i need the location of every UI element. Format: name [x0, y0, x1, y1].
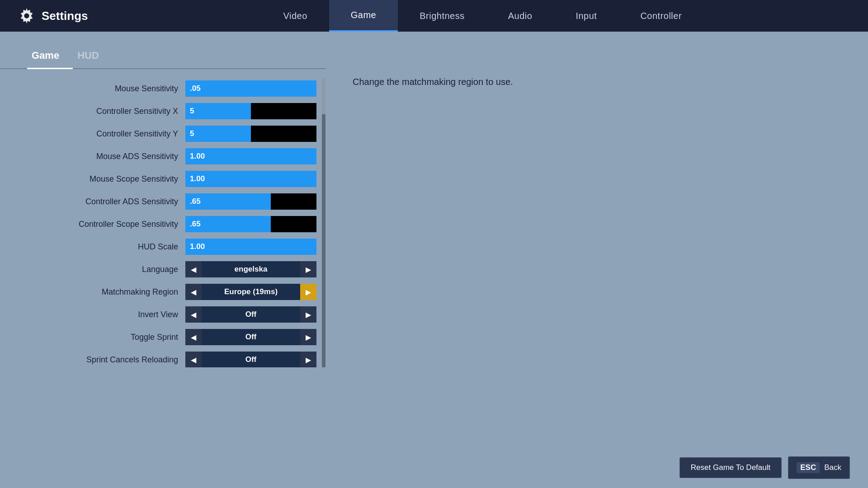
label-mouse-sensitivity: Mouse Sensitivity [52, 84, 178, 94]
language-prev-btn[interactable]: ◀ [185, 261, 202, 277]
scrollbar-track[interactable] [322, 78, 326, 367]
label-sprint-cancels: Sprint Cancels Reloading [52, 355, 178, 365]
left-panel: Game HUD Mouse Sensitivity .05 Controlle… [0, 32, 326, 488]
language-value: engelska [202, 261, 300, 277]
slider-ctrl-sens-x[interactable]: 5 [185, 103, 316, 119]
settings-list: Mouse Sensitivity .05 Controller Sensiti… [0, 78, 326, 367]
value-hud-scale: 1.00 [190, 242, 205, 251]
sub-tab-hud[interactable]: HUD [73, 45, 113, 68]
nav-tab-input[interactable]: Input [554, 0, 618, 32]
setting-row-mouse-sensitivity: Mouse Sensitivity .05 [14, 78, 316, 99]
top-nav: Settings Video Game Brightness Audio Inp… [0, 0, 868, 32]
value-ctrl-sens-x: 5 [190, 107, 194, 116]
reset-button[interactable]: Reset Game To Default [679, 457, 782, 478]
toggle-sprint-value: Off [202, 329, 300, 345]
svg-point-1 [24, 13, 29, 18]
slider-hud-scale[interactable]: 1.00 [185, 239, 316, 255]
arrow-control-invert-view: ◀ Off ▶ [185, 306, 316, 323]
value-ctrl-ads: .65 [190, 197, 201, 206]
settings-list-wrapper: Mouse Sensitivity .05 Controller Sensiti… [0, 78, 326, 367]
sprint-cancels-value: Off [202, 352, 300, 367]
matchmaking-value: Europe (19ms) [202, 284, 300, 300]
arrow-control-sprint-cancels: ◀ Off ▶ [185, 352, 316, 367]
label-hud-scale: HUD Scale [52, 242, 178, 252]
nav-tab-game[interactable]: Game [329, 0, 398, 32]
setting-row-hud-scale: HUD Scale 1.00 [14, 236, 316, 257]
app-title: Settings [42, 9, 88, 23]
scrollbar-thumb[interactable] [322, 78, 326, 114]
label-ctrl-sens-x: Controller Sensitivity X [52, 107, 178, 116]
slider-ctrl-sens-y[interactable]: 5 [185, 126, 316, 142]
label-ctrl-scope: Controller Scope Sensitivity [52, 220, 178, 229]
slider-mouse-scope[interactable]: 1.00 [185, 171, 316, 187]
label-language: Language [52, 265, 178, 274]
setting-row-ctrl-sens-y: Controller Sensitivity Y 5 [14, 123, 316, 144]
nav-tab-audio[interactable]: Audio [486, 0, 554, 32]
matchmaking-next-btn[interactable]: ▶ [300, 284, 316, 300]
back-button[interactable]: ESC Back [788, 456, 850, 479]
value-mouse-scope: 1.00 [190, 174, 205, 183]
setting-row-sprint-cancels: Sprint Cancels Reloading ◀ Off ▶ [14, 349, 316, 367]
info-text: Change the matchmaking region to use. [353, 77, 841, 87]
setting-row-mouse-scope: Mouse Scope Sensitivity 1.00 [14, 169, 316, 189]
slider-mouse-sensitivity[interactable]: .05 [185, 80, 316, 97]
setting-row-matchmaking: Matchmaking Region ◀ Europe (19ms) ▶ [14, 282, 316, 302]
esc-key-label: ESC [797, 462, 820, 473]
value-ctrl-sens-y: 5 [190, 129, 194, 138]
invert-view-next-btn[interactable]: ▶ [300, 306, 316, 323]
invert-view-prev-btn[interactable]: ◀ [185, 306, 202, 323]
gear-icon [18, 7, 35, 24]
label-mouse-scope: Mouse Scope Sensitivity [52, 174, 178, 184]
nav-tabs: Video Game Brightness Audio Input Contro… [115, 0, 850, 32]
setting-row-mouse-ads: Mouse ADS Sensitivity 1.00 [14, 146, 316, 167]
language-next-btn[interactable]: ▶ [300, 261, 316, 277]
nav-tab-controller[interactable]: Controller [618, 0, 703, 32]
setting-row-toggle-sprint: Toggle Sprint ◀ Off ▶ [14, 327, 316, 347]
setting-row-ctrl-ads: Controller ADS Sensitivity .65 [14, 191, 316, 212]
setting-row-ctrl-scope: Controller Scope Sensitivity .65 [14, 214, 316, 235]
slider-ctrl-ads[interactable]: .65 [185, 193, 316, 210]
value-mouse-sensitivity: .05 [190, 84, 201, 93]
invert-view-value: Off [202, 306, 300, 323]
sub-tabs: Game HUD [0, 45, 326, 69]
label-invert-view: Invert View [52, 310, 178, 319]
arrow-control-language: ◀ engelska ▶ [185, 261, 316, 277]
sub-tab-game[interactable]: Game [27, 45, 73, 68]
label-toggle-sprint: Toggle Sprint [52, 333, 178, 342]
setting-row-language: Language ◀ engelska ▶ [14, 259, 316, 280]
label-ctrl-sens-y: Controller Sensitivity Y [52, 129, 178, 139]
back-label: Back [824, 463, 841, 472]
slider-ctrl-scope[interactable]: .65 [185, 216, 316, 232]
value-mouse-ads: 1.00 [190, 152, 205, 161]
nav-tab-brightness[interactable]: Brightness [398, 0, 486, 32]
toggle-sprint-next-btn[interactable]: ▶ [300, 329, 316, 345]
label-mouse-ads: Mouse ADS Sensitivity [52, 152, 178, 161]
sprint-cancels-prev-btn[interactable]: ◀ [185, 352, 202, 367]
app-logo: Settings [18, 7, 88, 24]
slider-mouse-ads[interactable]: 1.00 [185, 148, 316, 164]
main-content: Game HUD Mouse Sensitivity .05 Controlle… [0, 32, 868, 488]
right-panel: Change the matchmaking region to use. [326, 32, 868, 488]
nav-tab-video[interactable]: Video [261, 0, 329, 32]
setting-row-ctrl-sens-x: Controller Sensitivity X 5 [14, 101, 316, 122]
bottom-bar: Reset Game To Default ESC Back [661, 447, 868, 488]
arrow-control-matchmaking: ◀ Europe (19ms) ▶ [185, 284, 316, 300]
label-matchmaking: Matchmaking Region [52, 287, 178, 297]
setting-row-invert-view: Invert View ◀ Off ▶ [14, 304, 316, 325]
arrow-control-toggle-sprint: ◀ Off ▶ [185, 329, 316, 345]
sprint-cancels-next-btn[interactable]: ▶ [300, 352, 316, 367]
matchmaking-prev-btn[interactable]: ◀ [185, 284, 202, 300]
value-ctrl-scope: .65 [190, 220, 201, 229]
toggle-sprint-prev-btn[interactable]: ◀ [185, 329, 202, 345]
label-ctrl-ads: Controller ADS Sensitivity [52, 197, 178, 206]
